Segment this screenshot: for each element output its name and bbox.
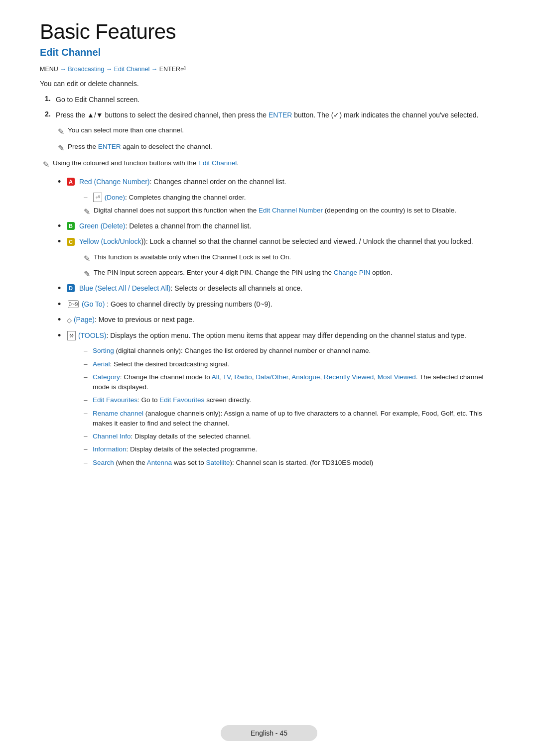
bullet-yellow-text: C Yellow (Lock/Unlock)): Lock a channel … xyxy=(67,236,473,247)
sub-note-lock: ✎ This function is available only when t… xyxy=(84,252,498,265)
edit-fav-text: Edit Favourites: Go to Edit Favourites s… xyxy=(93,395,251,405)
step-2-enter: ENTER xyxy=(269,111,292,119)
search-label: Search xyxy=(93,459,114,466)
bullet-green-text: B Green (Delete): Deletes a channel from… xyxy=(67,221,251,231)
step-2-note-2: ✎ Press the ENTER again to deselect the … xyxy=(58,142,498,154)
bullet-red: • A Red (Change Number): Changes channel… xyxy=(58,177,498,188)
change-pin-ref: Change PIN xyxy=(334,269,371,276)
bullet-dot-red: • xyxy=(58,177,67,188)
dash-prefix: – xyxy=(84,193,93,203)
red-color-name: Red (Change Number) xyxy=(79,178,150,186)
nav-broadcasting: Broadcasting xyxy=(68,66,104,73)
aerial-label: Aerial xyxy=(93,360,110,368)
top-note-text: Using the coloured and function buttons … xyxy=(53,158,239,168)
sub-aerial: – Aerial: Select the desired broadcastin… xyxy=(84,359,498,369)
bullet-red-text: A Red (Change Number): Changes channel o… xyxy=(67,177,286,187)
top-note-icon: ✎ xyxy=(43,159,49,171)
dash-prefix-information: – xyxy=(84,444,93,454)
dash-prefix-aerial: – xyxy=(84,359,93,369)
step-2-note-1-text: You can select more than one channel. xyxy=(68,125,184,135)
section-title: Edit Channel xyxy=(40,47,498,58)
sorting-text: Sorting (digital channels only): Changes… xyxy=(93,346,371,356)
bullet-dot-tools: • xyxy=(58,330,67,341)
sub-note-icon-1: ✎ xyxy=(84,206,90,218)
dash-prefix-category: – xyxy=(84,372,93,382)
nav-arrow1: → xyxy=(58,66,68,73)
cat-recently: Recently Viewed xyxy=(324,373,374,381)
cat-data: Data/Other xyxy=(256,373,288,381)
step-2-text: Press the ▲/▼ buttons to select the desi… xyxy=(56,110,478,120)
category-label: Category xyxy=(93,373,120,381)
done-label: (Done) xyxy=(105,194,125,201)
sub-dash-done: – ⏎ (Done): Completes changing the chann… xyxy=(84,193,498,203)
rename-label: Rename channel xyxy=(93,410,143,417)
diamond-icon: ◇ xyxy=(67,316,72,325)
bullet-blue: • D Blue (Select All / Deselect All): Se… xyxy=(58,283,498,294)
sub-note-lock-text: This function is available only when the… xyxy=(94,252,291,262)
bullet-section: • A Red (Change Number): Changes channel… xyxy=(58,177,498,468)
done-icon: ⏎ xyxy=(93,193,102,202)
sub-rename: – Rename channel (analogue channels only… xyxy=(84,409,498,429)
edit-channel-number-ref: Edit Channel Number xyxy=(259,207,323,214)
search-text: Search (when the Antenna was set to Sate… xyxy=(93,458,373,468)
bullet-dot-page: • xyxy=(58,315,67,325)
information-text: Information: Display details of the sele… xyxy=(93,444,257,454)
channel-info-text: Channel Info: Display details of the sel… xyxy=(93,432,251,441)
dash-prefix-channel-info: – xyxy=(84,432,93,441)
satellite-ref: Satellite xyxy=(206,459,230,466)
step-2-note-1: ✎ You can select more than one channel. xyxy=(58,125,498,138)
step-2: 2. Press the ▲/▼ buttons to select the d… xyxy=(45,110,498,120)
sub-edit-fav: – Edit Favourites: Go to Edit Favourites… xyxy=(84,395,498,405)
nav-enter: ENTER⏎ xyxy=(159,66,186,73)
bullet-dot-green: • xyxy=(58,221,67,232)
step-1: 1. Go to Edit Channel screen. xyxy=(45,95,498,105)
top-note: ✎ Using the coloured and function button… xyxy=(43,158,498,171)
cat-analogue: Analogue xyxy=(291,373,320,381)
bullet-dot-blue: • xyxy=(58,283,67,294)
enter-ref: ENTER xyxy=(98,143,121,150)
green-color-name: Green (Delete) xyxy=(79,222,126,230)
bullet-num: • 0~9 (Go To) : Goes to channel directly… xyxy=(58,299,498,310)
step-2-number: 2. xyxy=(45,110,56,118)
bullet-dot-num: • xyxy=(58,299,67,310)
dash-prefix-rename: – xyxy=(84,409,93,419)
rename-text: Rename channel (analogue channels only):… xyxy=(93,409,498,429)
bullet-num-text: 0~9 (Go To) : Goes to channel directly b… xyxy=(67,299,272,310)
page-title: Basic Features xyxy=(40,20,498,44)
sub-note-pin-text: The PIN input screen appears. Enter your… xyxy=(94,268,393,278)
done-text: ⏎ (Done): Completes changing the channel… xyxy=(93,193,246,203)
go-to-label: (Go To) xyxy=(82,300,105,308)
num-badge: 0~9 xyxy=(68,300,79,308)
page-footer: English - 45 xyxy=(0,725,538,741)
sub-note-pin: ✎ The PIN input screen appears. Enter yo… xyxy=(84,268,498,280)
intro-text: You can edit or delete channels. xyxy=(40,80,498,88)
note-icon-1: ✎ xyxy=(58,126,64,138)
sub-note-icon-lock: ✎ xyxy=(84,253,90,265)
nav-menu: MENU xyxy=(40,66,58,73)
category-text: Category: Change the channel mode to All… xyxy=(93,372,498,393)
sub-sorting: – Sorting (digital channels only): Chang… xyxy=(84,346,498,356)
bullet-blue-text: D Blue (Select All / Deselect All): Sele… xyxy=(67,283,302,294)
antenna-ref: Antenna xyxy=(147,459,172,466)
sorting-label: Sorting xyxy=(93,347,114,354)
yellow-color-name: Yellow (Lock/Unlock xyxy=(79,237,141,245)
edit-channel-ref: Edit Channel xyxy=(198,159,237,167)
nav-arrow2: → xyxy=(104,66,114,73)
badge-blue: D xyxy=(67,284,75,292)
bullet-page: • ◇ (Page): Move to previous or next pag… xyxy=(58,315,498,325)
sub-note-digital-text: Digital channel does not support this fu… xyxy=(94,206,456,216)
aerial-text: Aerial: Select the desired broadcasting … xyxy=(93,359,229,369)
bullet-tools: • ⚒ (TOOLS): Displays the option menu. T… xyxy=(58,330,498,341)
step-2-note-2-text: Press the ENTER again to deselect the ch… xyxy=(68,142,212,152)
note-icon-2: ✎ xyxy=(58,142,64,154)
edit-fav-label: Edit Favourites xyxy=(93,396,137,404)
badge-red: A xyxy=(67,178,75,186)
channel-info-label: Channel Info xyxy=(93,432,131,440)
badge-green: B xyxy=(67,222,75,230)
sub-search: – Search (when the Antenna was set to Sa… xyxy=(84,458,498,468)
sub-information: – Information: Display details of the se… xyxy=(84,444,498,454)
sub-note-digital: ✎ Digital channel does not support this … xyxy=(84,206,498,218)
cat-radio: Radio xyxy=(234,373,252,381)
badge-yellow: C xyxy=(67,238,75,246)
nav-path: MENU → Broadcasting → Edit Channel → ENT… xyxy=(40,65,498,73)
